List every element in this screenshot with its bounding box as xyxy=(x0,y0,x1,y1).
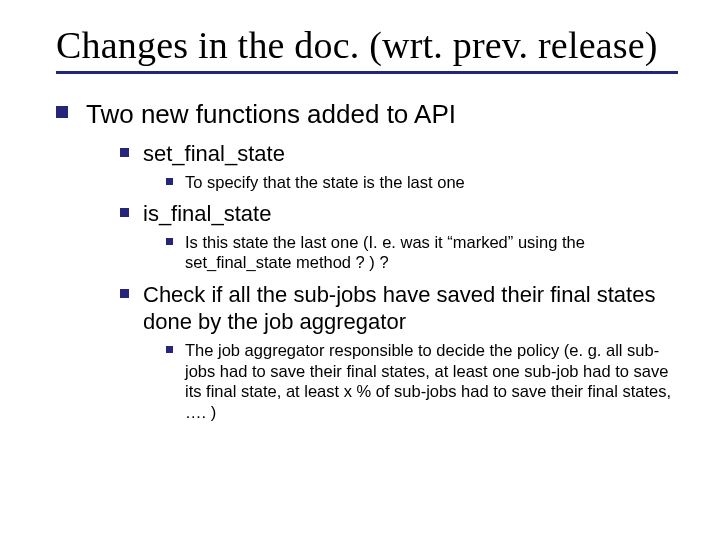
bullet-text: set_final_state xyxy=(143,140,285,168)
bullet-text: Check if all the sub-jobs have saved the… xyxy=(143,281,678,336)
bullet-text: To specify that the state is the last on… xyxy=(185,172,465,193)
square-bullet-icon xyxy=(166,178,173,185)
slide: Changes in the doc. (wrt. prev. release)… xyxy=(0,0,720,540)
square-bullet-icon xyxy=(120,208,129,217)
title-underline xyxy=(56,71,678,74)
bullet-level2: set_final_state xyxy=(120,140,678,168)
slide-body: Two new functions added to API set_final… xyxy=(56,98,678,423)
square-bullet-icon xyxy=(120,289,129,298)
level3-group: To specify that the state is the last on… xyxy=(166,172,678,193)
level3-group: The job aggregator responsible to decide… xyxy=(166,340,678,423)
bullet-text: is_final_state xyxy=(143,200,271,228)
bullet-level3: To specify that the state is the last on… xyxy=(166,172,678,193)
bullet-text: Two new functions added to API xyxy=(86,98,456,131)
square-bullet-icon xyxy=(166,238,173,245)
slide-title: Changes in the doc. (wrt. prev. release) xyxy=(56,24,678,67)
bullet-level2: Check if all the sub-jobs have saved the… xyxy=(120,281,678,336)
level2-group: set_final_state To specify that the stat… xyxy=(120,140,678,422)
bullet-text: Is this state the last one (I. e. was it… xyxy=(185,232,675,273)
bullet-level3: Is this state the last one (I. e. was it… xyxy=(166,232,678,273)
bullet-text: The job aggregator responsible to decide… xyxy=(185,340,675,423)
bullet-level3: The job aggregator responsible to decide… xyxy=(166,340,678,423)
square-bullet-icon xyxy=(120,148,129,157)
square-bullet-icon xyxy=(166,346,173,353)
bullet-level2: is_final_state xyxy=(120,200,678,228)
square-bullet-icon xyxy=(56,106,68,118)
bullet-level1: Two new functions added to API xyxy=(56,98,678,131)
level3-group: Is this state the last one (I. e. was it… xyxy=(166,232,678,273)
